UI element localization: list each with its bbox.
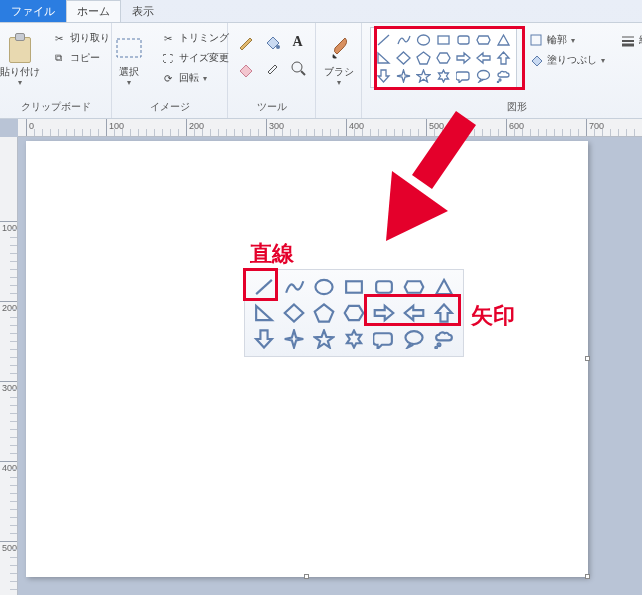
annotation-arrow-label: 矢印 bbox=[471, 301, 515, 331]
shape-arrow-down[interactable] bbox=[250, 327, 278, 351]
shape-curve[interactable] bbox=[280, 275, 308, 299]
shape-arrow-left[interactable] bbox=[474, 49, 493, 66]
svg-point-21 bbox=[478, 70, 490, 79]
resize-button[interactable]: ⛶ サイズ変更 bbox=[157, 49, 233, 67]
group-label-tools: ツール bbox=[257, 97, 287, 118]
chevron-down-icon: ▾ bbox=[18, 78, 22, 87]
shape-diamond[interactable] bbox=[280, 301, 308, 325]
resize-handle[interactable] bbox=[585, 574, 590, 579]
shape-diamond[interactable] bbox=[394, 49, 413, 66]
shape-rect[interactable] bbox=[340, 275, 368, 299]
fill-label: 塗りつぶし bbox=[547, 53, 597, 67]
shape-right-triangle[interactable] bbox=[250, 301, 278, 325]
workspace: 0100200300400500600700 100200300400500 直… bbox=[0, 119, 642, 595]
shapes-gallery[interactable] bbox=[370, 27, 517, 88]
shape-polygon[interactable] bbox=[474, 31, 493, 48]
canvas[interactable]: 直線 矢印 bbox=[26, 141, 588, 577]
copy-button[interactable]: ⧉ コピー bbox=[48, 49, 114, 67]
svg-marker-29 bbox=[386, 171, 448, 241]
crop-button[interactable]: ✂ トリミング bbox=[157, 29, 233, 47]
svg-line-3 bbox=[301, 71, 305, 75]
magnifier-tool[interactable] bbox=[287, 57, 309, 79]
tab-home[interactable]: ホーム bbox=[66, 0, 121, 22]
shape-oval[interactable] bbox=[414, 31, 433, 48]
svg-marker-43 bbox=[256, 330, 272, 347]
resize-handle[interactable] bbox=[304, 574, 309, 579]
shape-pentagon[interactable] bbox=[310, 301, 338, 325]
shape-hexagon[interactable] bbox=[434, 49, 453, 66]
tab-view[interactable]: 表示 bbox=[121, 0, 165, 22]
select-button[interactable]: 選択 ▾ bbox=[107, 27, 151, 88]
shape-arrow-up[interactable] bbox=[430, 301, 458, 325]
outline-button[interactable]: 輪郭 ▾ bbox=[525, 31, 609, 49]
shape-cloud-callout[interactable] bbox=[494, 67, 513, 84]
pencil-tool[interactable] bbox=[235, 31, 257, 53]
shape-star4[interactable] bbox=[280, 327, 308, 351]
shape-star5[interactable] bbox=[310, 327, 338, 351]
svg-marker-40 bbox=[375, 306, 394, 320]
svg-marker-9 bbox=[498, 35, 509, 45]
select-icon bbox=[113, 32, 145, 64]
shape-triangle[interactable] bbox=[494, 31, 513, 48]
svg-point-31 bbox=[315, 280, 332, 294]
shape-star6[interactable] bbox=[340, 327, 368, 351]
brushes-button[interactable]: ブラシ ▾ bbox=[320, 27, 358, 88]
group-image: 選択 ▾ ✂ トリミング ⛶ サイズ変更 ⟳ 回転 ▾ イメージ bbox=[112, 23, 228, 118]
copy-label: コピー bbox=[70, 51, 100, 65]
shape-rounded-callout[interactable] bbox=[370, 327, 398, 351]
svg-marker-45 bbox=[315, 330, 334, 347]
annotation-line-label: 直線 bbox=[250, 239, 294, 269]
shape-pentagon[interactable] bbox=[414, 49, 433, 66]
resize-icon: ⛶ bbox=[161, 51, 175, 65]
shape-arrow-left[interactable] bbox=[400, 301, 428, 325]
shape-arrow-down[interactable] bbox=[374, 67, 393, 84]
shape-rect[interactable] bbox=[434, 31, 453, 48]
svg-marker-8 bbox=[477, 36, 490, 44]
line-width-button[interactable]: 線の bbox=[617, 31, 642, 49]
text-tool[interactable]: A bbox=[287, 31, 309, 53]
shape-rounded-callout[interactable] bbox=[454, 67, 473, 84]
shape-triangle[interactable] bbox=[430, 275, 458, 299]
shape-line[interactable] bbox=[374, 31, 393, 48]
svg-rect-6 bbox=[438, 36, 449, 44]
svg-marker-42 bbox=[436, 304, 452, 321]
shape-oval-callout[interactable] bbox=[400, 327, 428, 351]
outline-label: 輪郭 bbox=[547, 33, 567, 47]
chevron-down-icon: ▾ bbox=[601, 56, 605, 65]
svg-marker-44 bbox=[285, 330, 304, 347]
select-label: 選択 bbox=[119, 66, 139, 78]
chevron-down-icon: ▾ bbox=[571, 36, 575, 45]
svg-marker-19 bbox=[417, 70, 430, 82]
svg-marker-16 bbox=[498, 52, 509, 64]
fill-button[interactable]: 塗りつぶし ▾ bbox=[525, 51, 609, 69]
shape-star5[interactable] bbox=[414, 67, 433, 84]
shape-arrow-up[interactable] bbox=[494, 49, 513, 66]
paste-button[interactable]: 貼り付け ▾ bbox=[0, 27, 42, 88]
annotation-arrow bbox=[356, 111, 486, 281]
chevron-down-icon: ▾ bbox=[127, 78, 131, 87]
shape-curve[interactable] bbox=[394, 31, 413, 48]
picker-tool[interactable] bbox=[261, 57, 283, 79]
shape-round-rect[interactable] bbox=[454, 31, 473, 48]
shape-arrow-right[interactable] bbox=[370, 301, 398, 325]
rotate-button[interactable]: ⟳ 回転 ▾ bbox=[157, 69, 233, 87]
shape-arrow-right[interactable] bbox=[454, 49, 473, 66]
svg-point-5 bbox=[418, 35, 430, 45]
resize-handle[interactable] bbox=[585, 356, 590, 361]
shape-hexagon[interactable] bbox=[340, 301, 368, 325]
fill-tool[interactable] bbox=[261, 31, 283, 53]
group-label-image: イメージ bbox=[150, 97, 190, 118]
shape-oval-callout[interactable] bbox=[474, 67, 493, 84]
shape-round-rect[interactable] bbox=[370, 275, 398, 299]
group-shapes: 輪郭 ▾ 塗りつぶし ▾ 線の bbox=[362, 23, 642, 118]
shape-line[interactable] bbox=[250, 275, 278, 299]
eraser-tool[interactable] bbox=[235, 57, 257, 79]
shape-right-triangle[interactable] bbox=[374, 49, 393, 66]
shape-oval[interactable] bbox=[310, 275, 338, 299]
shape-polygon[interactable] bbox=[400, 275, 428, 299]
shape-cloud-callout[interactable] bbox=[430, 327, 458, 351]
shape-star4[interactable] bbox=[394, 67, 413, 84]
shape-star6[interactable] bbox=[434, 67, 453, 84]
tab-file[interactable]: ファイル bbox=[0, 0, 66, 22]
cut-button[interactable]: ✂ 切り取り bbox=[48, 29, 114, 47]
